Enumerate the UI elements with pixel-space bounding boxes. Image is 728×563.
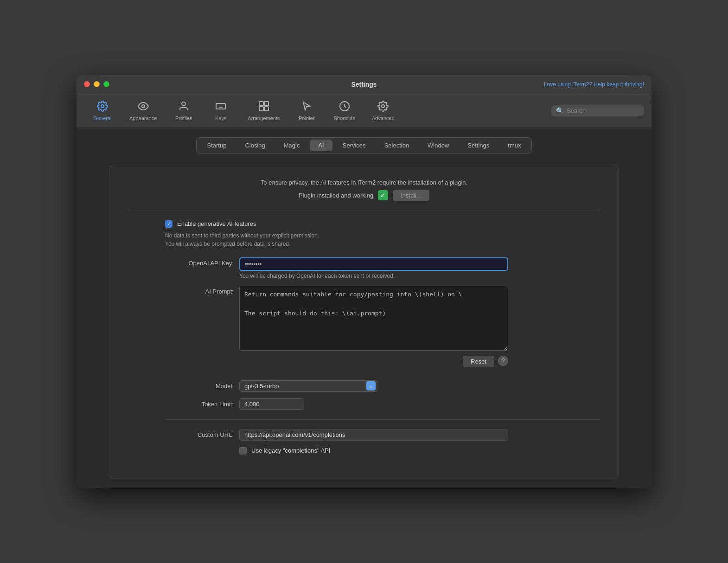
- legacy-api-field: Use legacy "completions" API: [239, 447, 600, 458]
- token-limit-label: Token Limit:: [165, 398, 239, 408]
- custom-url-row: Custom URL:: [165, 429, 600, 441]
- toolbar-label-profiles: Profiles: [175, 115, 192, 121]
- toolbar-label-shortcuts: Shortcuts: [333, 115, 355, 121]
- subtab-startup[interactable]: Startup: [198, 140, 235, 151]
- subtab-services[interactable]: Services: [334, 140, 374, 151]
- api-key-label: OpenAI API Key:: [165, 257, 239, 267]
- token-limit-input[interactable]: [239, 398, 304, 410]
- pointer-icon: [301, 101, 312, 114]
- privacy-notice: To ensure privacy, the AI features in iT…: [128, 179, 600, 186]
- custom-url-label: Custom URL:: [165, 429, 239, 438]
- toolbar-item-profiles[interactable]: Profiles: [165, 98, 202, 124]
- api-key-row: OpenAI API Key: You will be charged by O…: [165, 257, 600, 279]
- model-select[interactable]: gpt-3.5-turbo gpt-4 gpt-4-turbo: [239, 380, 378, 392]
- privacy-detail: No data is sent to third parties without…: [165, 231, 600, 248]
- advanced-icon: [377, 101, 389, 114]
- legacy-api-spacer: [165, 447, 239, 449]
- keyboard-icon: [215, 101, 226, 114]
- arrangements-icon: [258, 101, 269, 114]
- traffic-lights: [84, 81, 109, 87]
- toolbar-label-pointer: Pointer: [299, 115, 315, 121]
- toolbar-item-arrangements[interactable]: Arrangements: [239, 98, 288, 124]
- token-limit-field: [239, 398, 600, 410]
- enable-ai-checkbox[interactable]: ✓: [165, 220, 172, 228]
- toolbar-label-general: General: [93, 115, 111, 121]
- close-button[interactable]: [84, 81, 90, 87]
- svg-rect-4: [259, 102, 263, 106]
- ai-prompt-label: AI Prompt:: [165, 286, 239, 295]
- person-icon: [178, 101, 189, 114]
- reset-button[interactable]: Reset: [463, 356, 494, 367]
- search-container[interactable]: 🔍: [551, 105, 644, 116]
- custom-url-input[interactable]: [239, 429, 508, 441]
- toolbar-item-advanced[interactable]: Advanced: [364, 98, 403, 124]
- token-limit-row: Token Limit:: [165, 398, 600, 410]
- search-icon: 🔍: [556, 107, 564, 115]
- shortcuts-icon: [339, 101, 350, 114]
- toolbar-label-advanced: Advanced: [372, 115, 395, 121]
- settings-body: ✓ Enable generative AI features No data …: [128, 220, 600, 458]
- svg-rect-5: [264, 102, 268, 106]
- subtab-closing[interactable]: Closing: [236, 140, 273, 151]
- toolbar-item-pointer[interactable]: Pointer: [288, 98, 325, 124]
- custom-url-field: [239, 429, 600, 441]
- help-button[interactable]: ?: [498, 356, 508, 366]
- help-link[interactable]: Love using iTerm2? Help keep it thriving…: [544, 81, 644, 88]
- model-label: Model:: [165, 380, 239, 390]
- toolbar-item-shortcuts[interactable]: Shortcuts: [325, 98, 363, 124]
- svg-point-9: [382, 105, 384, 108]
- eye-icon: [138, 101, 149, 114]
- subtab-magic[interactable]: Magic: [275, 140, 308, 151]
- plugin-row: Plugin installed and working ✓ Install..…: [128, 190, 600, 211]
- svg-point-0: [101, 105, 104, 108]
- ai-prompt-row: AI Prompt: Return commands suitable for …: [165, 286, 600, 374]
- enable-ai-row: ✓ Enable generative AI features: [165, 220, 600, 228]
- toolbar-label-keys: Keys: [215, 115, 226, 121]
- toolbar: General Appearance Profi: [77, 94, 651, 128]
- legacy-api-row: Use legacy "completions" API: [165, 447, 600, 458]
- svg-rect-6: [259, 107, 263, 111]
- model-select-wrapper: gpt-3.5-turbo gpt-4 gpt-4-turbo ⌄: [239, 380, 378, 392]
- window-title: Settings: [351, 81, 377, 88]
- ai-prompt-textarea[interactable]: Return commands suitable for copy/pastin…: [239, 286, 508, 351]
- toolbar-label-appearance: Appearance: [129, 115, 157, 121]
- toolbar-item-keys[interactable]: Keys: [202, 98, 239, 124]
- svg-rect-3: [216, 103, 225, 109]
- svg-rect-7: [264, 107, 268, 111]
- subtab-tmux[interactable]: tmux: [499, 140, 529, 151]
- toolbar-items: General Appearance Profi: [84, 98, 551, 124]
- subtabs: Startup Closing Magic AI Services Select…: [196, 137, 531, 154]
- install-button[interactable]: Install...: [393, 190, 429, 201]
- titlebar: Settings Love using iTerm2? Help keep it…: [77, 75, 651, 94]
- api-key-note: You will be charged by OpenAI for each t…: [239, 273, 600, 279]
- search-input[interactable]: [567, 107, 639, 114]
- svg-point-2: [182, 102, 185, 106]
- toolbar-item-appearance[interactable]: Appearance: [121, 98, 165, 124]
- legacy-api-checkbox-row: Use legacy "completions" API: [239, 447, 600, 454]
- svg-point-1: [142, 105, 145, 108]
- ai-prompt-field: Return commands suitable for copy/pastin…: [239, 286, 600, 374]
- toolbar-item-general[interactable]: General: [84, 98, 121, 124]
- legacy-api-checkbox[interactable]: [239, 447, 247, 454]
- subtab-ai[interactable]: AI: [310, 140, 332, 151]
- gear-icon: [97, 101, 108, 114]
- legacy-api-label: Use legacy "completions" API: [251, 447, 330, 454]
- model-field: gpt-3.5-turbo gpt-4 gpt-4-turbo ⌄: [239, 380, 600, 392]
- reset-row: Reset ?: [239, 356, 508, 367]
- enable-ai-label: Enable generative AI features: [177, 220, 256, 227]
- model-row: Model: gpt-3.5-turbo gpt-4 gpt-4-turbo ⌄: [165, 380, 600, 392]
- api-key-field: You will be charged by OpenAI for each t…: [239, 257, 600, 279]
- minimize-button[interactable]: [94, 81, 100, 87]
- divider: [165, 419, 600, 420]
- subtab-selection[interactable]: Selection: [376, 140, 417, 151]
- api-key-input[interactable]: [239, 257, 508, 271]
- chevron-down-icon: ⌄: [366, 381, 376, 390]
- ai-panel: To ensure privacy, the AI features in iT…: [109, 165, 619, 479]
- plugin-check-badge: ✓: [378, 190, 388, 200]
- maximize-button[interactable]: [103, 81, 109, 87]
- subtab-window[interactable]: Window: [419, 140, 457, 151]
- toolbar-label-arrangements: Arrangements: [248, 115, 280, 121]
- plugin-installed-label: Plugin installed and working: [299, 192, 373, 199]
- subtab-settings[interactable]: Settings: [459, 140, 498, 151]
- content-area: Startup Closing Magic AI Services Select…: [77, 128, 651, 488]
